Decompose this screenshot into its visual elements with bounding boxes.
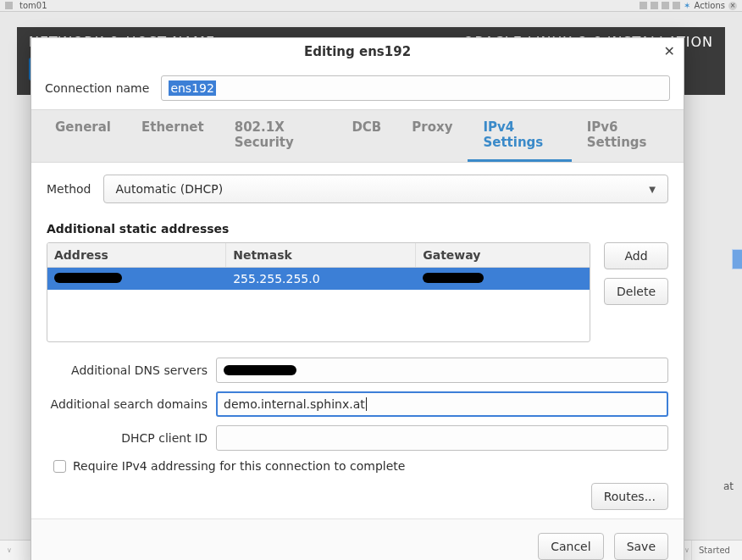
dns-servers-input[interactable]: [216, 358, 668, 383]
routes-button[interactable]: Routes...: [591, 483, 668, 510]
gear-icon[interactable]: ✶: [684, 1, 690, 10]
dialog-title: Editing ens192: [304, 44, 411, 59]
column-netmask[interactable]: Netmask: [226, 243, 416, 267]
connection-name-label: Connection name: [45, 81, 149, 95]
tab-proxy[interactable]: Proxy: [396, 110, 468, 162]
close-icon[interactable]: ×: [728, 2, 737, 10]
dialog-title-bar: Editing ens192 ✕: [31, 38, 684, 65]
dhcp-client-id-input[interactable]: [216, 425, 668, 451]
tab-general[interactable]: General: [40, 110, 126, 162]
addresses-header: Address Netmask Gateway: [47, 243, 590, 268]
vm-toolbar: ✶ Actions ×: [640, 1, 737, 10]
addresses-table[interactable]: Address Netmask Gateway 255.255.255.0: [47, 242, 590, 342]
dialog-footer: Cancel Save: [31, 518, 684, 560]
dhcp-client-id-label: DHCP client ID: [47, 431, 208, 445]
tab-ethernet[interactable]: Ethernet: [126, 110, 219, 162]
redacted-gateway: [423, 273, 484, 283]
status-col-started: Started: [691, 541, 737, 560]
vm-tab-icon: [5, 2, 13, 9]
search-domains-value: demo.internal.sphinx.at: [224, 397, 365, 411]
table-row[interactable]: 255.255.255.0: [47, 268, 590, 290]
redacted-address: [54, 273, 122, 283]
routes-row: Routes...: [47, 483, 668, 510]
save-button[interactable]: Save: [614, 533, 668, 560]
require-ipv4-checkbox[interactable]: [53, 460, 66, 473]
additional-addresses-title: Additional static addresses: [47, 222, 668, 236]
add-button[interactable]: Add: [604, 242, 668, 269]
dhcp-client-id-row: DHCP client ID: [47, 425, 668, 451]
vm-actions-label[interactable]: Actions: [694, 1, 725, 10]
cell-gateway: [416, 268, 590, 290]
address-buttons: Add Delete: [604, 242, 668, 342]
cell-address: [47, 268, 226, 290]
vm-icon-3[interactable]: [662, 2, 669, 9]
column-address[interactable]: Address: [47, 243, 226, 267]
vm-icon-1[interactable]: [640, 2, 647, 9]
connection-name-input[interactable]: ens192: [161, 75, 670, 101]
require-ipv4-label: Require IPv4 addressing for this connect…: [73, 459, 405, 473]
chevron-down-icon: ▼: [649, 185, 656, 194]
edit-connection-dialog: Editing ens192 ✕ Connection name ens192 …: [30, 37, 684, 560]
method-select[interactable]: Automatic (DHCP) ▼: [103, 175, 668, 203]
cell-netmask: 255.255.255.0: [226, 268, 416, 290]
connection-name-row: Connection name ens192: [31, 65, 684, 109]
right-panel-peek: [732, 249, 742, 269]
tab-ipv6-settings[interactable]: IPv6 Settings: [572, 110, 675, 162]
tab-8021x-security[interactable]: 802.1X Security: [219, 110, 337, 162]
delete-button[interactable]: Delete: [604, 278, 668, 305]
redacted-dns: [224, 365, 296, 375]
method-value: Automatic (DHCP): [116, 182, 224, 196]
cancel-button[interactable]: Cancel: [538, 533, 603, 560]
vm-top-bar: tom01 ✶ Actions ×: [0, 0, 742, 12]
background-text: at: [723, 480, 734, 492]
search-domains-label: Additional search domains: [47, 397, 208, 411]
vm-host-name: tom01: [19, 1, 47, 10]
require-ipv4-row[interactable]: Require IPv4 addressing for this connect…: [53, 459, 668, 473]
connection-name-value: ens192: [169, 80, 216, 96]
column-gateway[interactable]: Gateway: [416, 243, 590, 267]
method-row: Method Automatic (DHCP) ▼: [47, 175, 668, 203]
tab-dcb[interactable]: DCB: [336, 110, 396, 162]
tab-bar: General Ethernet 802.1X Security DCB Pro…: [31, 109, 684, 163]
tab-ipv4-settings[interactable]: IPv4 Settings: [468, 110, 571, 162]
vm-icon-4[interactable]: [673, 2, 680, 9]
ipv4-panel: Method Automatic (DHCP) ▼ Additional sta…: [31, 163, 684, 518]
addresses-block: Address Netmask Gateway 255.255.255.0 Ad…: [47, 242, 668, 342]
search-domains-input[interactable]: demo.internal.sphinx.at: [216, 391, 668, 417]
search-domains-row: Additional search domains demo.internal.…: [47, 391, 668, 417]
vm-icon-2[interactable]: [651, 2, 658, 9]
dns-servers-row: Additional DNS servers: [47, 358, 668, 383]
method-label: Method: [47, 182, 91, 196]
dns-servers-label: Additional DNS servers: [47, 363, 208, 377]
close-icon[interactable]: ✕: [664, 43, 675, 59]
